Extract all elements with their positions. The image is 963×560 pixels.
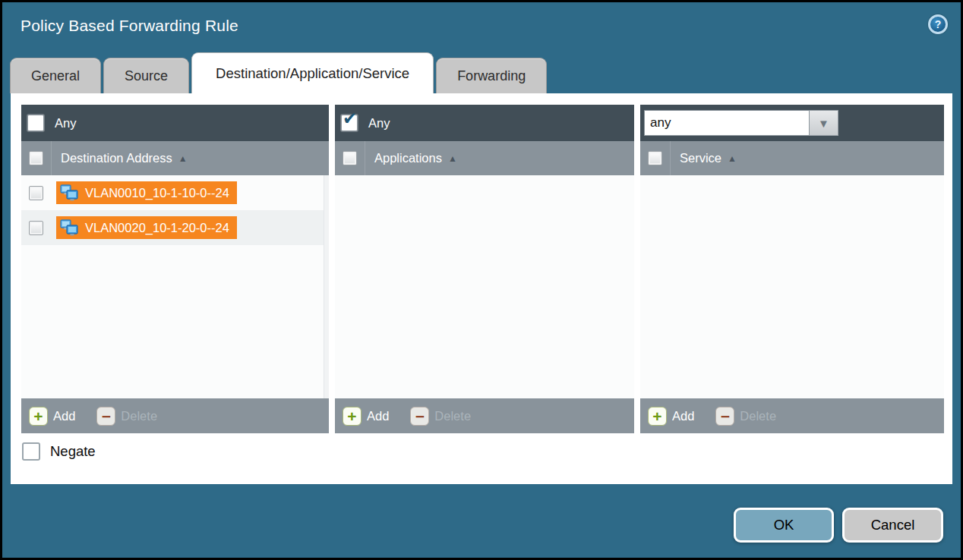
policy-based-forwarding-dialog: Policy Based Forwarding Rule ? General S… bbox=[0, 0, 963, 560]
dialog-title: Policy Based Forwarding Rule bbox=[21, 17, 238, 35]
sort-ascending-icon: ▲ bbox=[178, 153, 188, 164]
three-column-layout: Any Destination Address ▲ bbox=[21, 105, 944, 433]
applications-column: ✔ Any Applications ▲ + Add bbox=[335, 105, 634, 433]
destination-address-column: Any Destination Address ▲ bbox=[21, 105, 329, 433]
sort-ascending-icon: ▲ bbox=[448, 153, 457, 164]
destination-any-checkbox[interactable] bbox=[27, 115, 44, 131]
network-icon bbox=[60, 219, 80, 236]
applications-toolbar: + Add − Delete bbox=[335, 398, 634, 433]
destination-any-bar: Any bbox=[21, 105, 329, 141]
row-checkbox[interactable] bbox=[29, 221, 43, 235]
network-icon bbox=[60, 184, 80, 201]
destination-any-label: Any bbox=[55, 116, 76, 131]
applications-column-header[interactable]: Applications ▲ bbox=[335, 141, 634, 175]
tab-general[interactable]: General bbox=[10, 58, 101, 93]
chevron-down-icon: ▼ bbox=[818, 117, 829, 130]
tab-content-panel: Any Destination Address ▲ bbox=[11, 93, 952, 484]
destination-add-button[interactable]: + Add bbox=[29, 407, 75, 426]
delete-icon: − bbox=[715, 407, 734, 426]
service-column-header[interactable]: Service ▲ bbox=[640, 141, 944, 175]
destination-row-vlan0010[interactable]: VLAN0010_10-1-10-0--24 bbox=[21, 175, 329, 210]
sort-ascending-icon: ▲ bbox=[728, 153, 737, 164]
tab-destination-application-service[interactable]: Destination/Application/Service bbox=[191, 52, 434, 93]
applications-select-all-checkbox[interactable] bbox=[343, 151, 357, 165]
service-any-bar: any ▼ bbox=[640, 105, 944, 141]
destination-address-list: VLAN0010_10-1-10-0--24 bbox=[21, 175, 329, 398]
service-dropdown: any ▼ bbox=[644, 110, 838, 136]
address-object-chip: VLAN0020_10-1-20-0--24 bbox=[56, 216, 237, 239]
header-divider bbox=[670, 141, 671, 175]
destination-select-all-checkbox[interactable] bbox=[29, 151, 43, 165]
add-icon: + bbox=[29, 407, 48, 426]
negate-option: Negate bbox=[22, 442, 96, 461]
service-select-all-checkbox[interactable] bbox=[648, 151, 662, 165]
service-toolbar: + Add − Delete bbox=[640, 398, 944, 433]
tab-forwarding[interactable]: Forwarding bbox=[436, 58, 547, 93]
negate-checkbox[interactable] bbox=[22, 442, 40, 461]
service-dropdown-value[interactable]: any bbox=[644, 110, 810, 136]
service-add-button[interactable]: + Add bbox=[648, 407, 694, 426]
tab-source[interactable]: Source bbox=[103, 58, 189, 93]
destination-delete-button[interactable]: − Delete bbox=[96, 407, 157, 426]
cancel-button[interactable]: Cancel bbox=[842, 508, 943, 543]
row-checkbox[interactable] bbox=[29, 186, 43, 200]
add-icon: + bbox=[343, 407, 362, 426]
destination-address-column-header[interactable]: Destination Address ▲ bbox=[21, 141, 329, 175]
applications-list bbox=[335, 175, 634, 398]
ok-button[interactable]: OK bbox=[734, 508, 834, 543]
negate-label: Negate bbox=[50, 443, 96, 460]
header-divider bbox=[51, 141, 52, 175]
question-mark-glyph: ? bbox=[935, 19, 942, 30]
header-divider bbox=[365, 141, 365, 175]
service-dropdown-button[interactable]: ▼ bbox=[810, 110, 838, 136]
service-delete-button[interactable]: − Delete bbox=[715, 407, 776, 426]
checkmark-icon: ✔ bbox=[343, 110, 357, 127]
applications-any-label: Any bbox=[368, 116, 390, 131]
destination-toolbar: + Add − Delete bbox=[21, 398, 329, 433]
delete-icon: − bbox=[96, 407, 115, 426]
add-icon: + bbox=[648, 407, 667, 426]
service-column: any ▼ Service ▲ + bbox=[640, 105, 944, 433]
destination-row-vlan0020[interactable]: VLAN0020_10-1-20-0--24 bbox=[21, 210, 329, 245]
service-list bbox=[640, 175, 944, 398]
applications-any-checkbox[interactable]: ✔ bbox=[341, 115, 358, 131]
tab-bar: General Source Destination/Application/S… bbox=[10, 52, 547, 93]
address-object-chip: VLAN0010_10-1-10-0--24 bbox=[56, 181, 237, 204]
help-icon[interactable]: ? bbox=[928, 14, 948, 34]
applications-delete-button[interactable]: − Delete bbox=[410, 407, 471, 426]
delete-icon: − bbox=[410, 407, 429, 426]
applications-add-button[interactable]: + Add bbox=[343, 407, 389, 426]
applications-any-bar: ✔ Any bbox=[335, 105, 634, 141]
scrollbar-track[interactable] bbox=[324, 175, 329, 398]
